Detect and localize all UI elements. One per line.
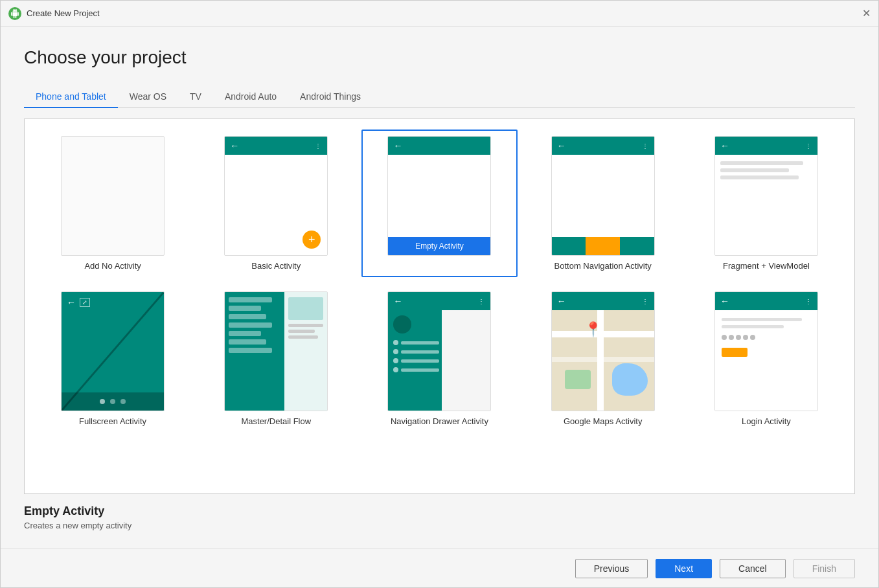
basic-fab: + <box>303 231 321 249</box>
cancel-button[interactable]: Cancel <box>720 559 786 578</box>
tab-auto[interactable]: Android Auto <box>213 86 288 108</box>
detail-panel <box>284 292 327 411</box>
maps-menu-dots: ⋮ <box>642 298 649 305</box>
activity-label-no-activity: Add No Activity <box>84 261 141 271</box>
window-title: Create New Project <box>27 8 100 18</box>
activity-grid: Add No Activity ← ⋮ + Basic Activity <box>24 119 855 494</box>
tabs-bar: Phone and Tablet Wear OS TV Android Auto… <box>24 86 855 108</box>
content-area: Choose your project Phone and Tablet Wea… <box>1 27 878 548</box>
title-bar-left: Create New Project <box>8 7 100 20</box>
finish-button[interactable]: Finish <box>793 559 855 578</box>
tab-things[interactable]: Android Things <box>288 86 372 108</box>
nav-drawer-header: ← ⋮ <box>388 292 490 310</box>
tab-tv[interactable]: TV <box>178 86 213 108</box>
basic-phone-header: ← ⋮ <box>225 137 327 155</box>
activity-label-login: Login Activity <box>742 416 791 426</box>
master-panel <box>225 292 286 411</box>
empty-selected-label: Empty Activity <box>388 237 490 255</box>
login-header: ← ⋮ <box>715 292 817 310</box>
activity-label-bottom-nav: Bottom Navigation Activity <box>554 261 652 271</box>
login-menu-dots: ⋮ <box>805 298 812 305</box>
activity-card-nav-drawer[interactable]: ← ⋮ <box>361 285 517 433</box>
basic-back-arrow: ← <box>230 141 239 151</box>
activity-card-empty[interactable]: ← Empty Activity <box>361 130 517 277</box>
bottom-nav-menu-dots: ⋮ <box>642 142 649 150</box>
activity-card-no-activity[interactable]: Add No Activity <box>35 130 190 277</box>
description-subtitle: Creates a new empty activity <box>24 521 855 530</box>
maps-back-arrow: ← <box>557 296 566 306</box>
activity-label-basic: Basic Activity <box>251 261 301 271</box>
activity-label-fullscreen: Fullscreen Activity <box>79 416 146 426</box>
next-button[interactable]: Next <box>656 559 712 578</box>
basic-menu-dots: ⋮ <box>315 142 322 150</box>
empty-phone-header: ← <box>388 137 490 155</box>
activity-card-bottom-nav[interactable]: ← ⋮ Bottom Navigation Activity <box>525 130 681 277</box>
tab-wear[interactable]: Wear OS <box>118 86 178 108</box>
activity-card-fragment[interactable]: ← ⋮ Fragment + ViewModel <box>689 130 844 277</box>
activity-label-fragment: Fragment + ViewModel <box>723 261 810 271</box>
nav-drawer-back-arrow: ← <box>393 296 402 306</box>
activity-card-fullscreen[interactable]: ← ⤢ Fullscreen Activity <box>35 285 190 433</box>
fragment-menu-dots: ⋮ <box>805 142 812 150</box>
tab-phone[interactable]: Phone and Tablet <box>24 86 118 108</box>
bottom-nav-header: ← ⋮ <box>552 137 654 155</box>
fragment-header: ← ⋮ <box>715 137 817 155</box>
activity-card-maps[interactable]: ← ⋮ 📍 Google Maps Activity <box>525 285 681 433</box>
title-bar: Create New Project ✕ <box>1 1 878 27</box>
activity-card-master-detail[interactable]: Master/Detail Flow <box>198 285 354 433</box>
drawer-overlay <box>388 310 444 411</box>
description-title: Empty Activity <box>24 504 855 518</box>
fragment-back-arrow: ← <box>720 141 729 151</box>
nav-drawer-menu-dots: ⋮ <box>478 298 485 305</box>
activity-card-login[interactable]: ← ⋮ <box>689 285 844 433</box>
android-icon <box>8 7 21 20</box>
activity-label-maps: Google Maps Activity <box>564 416 642 426</box>
bottom-nav-back-arrow: ← <box>557 141 566 151</box>
previous-button[interactable]: Previous <box>575 559 648 578</box>
description-bar: Empty Activity Creates a new empty activ… <box>24 494 855 536</box>
footer: Previous Next Cancel Finish <box>1 548 878 587</box>
activity-label-master-detail: Master/Detail Flow <box>241 416 311 426</box>
activity-label-nav-drawer: Navigation Drawer Activity <box>391 416 488 426</box>
maps-header: ← ⋮ <box>552 292 654 310</box>
page-title: Choose your project <box>24 47 855 68</box>
close-button[interactable]: ✕ <box>862 7 871 19</box>
activity-card-basic[interactable]: ← ⋮ + Basic Activity <box>198 130 354 277</box>
empty-back-arrow: ← <box>393 141 402 151</box>
login-back-arrow: ← <box>720 296 729 306</box>
drawer-right-panel <box>442 310 491 411</box>
main-window: Create New Project ✕ Choose your project… <box>0 0 879 588</box>
